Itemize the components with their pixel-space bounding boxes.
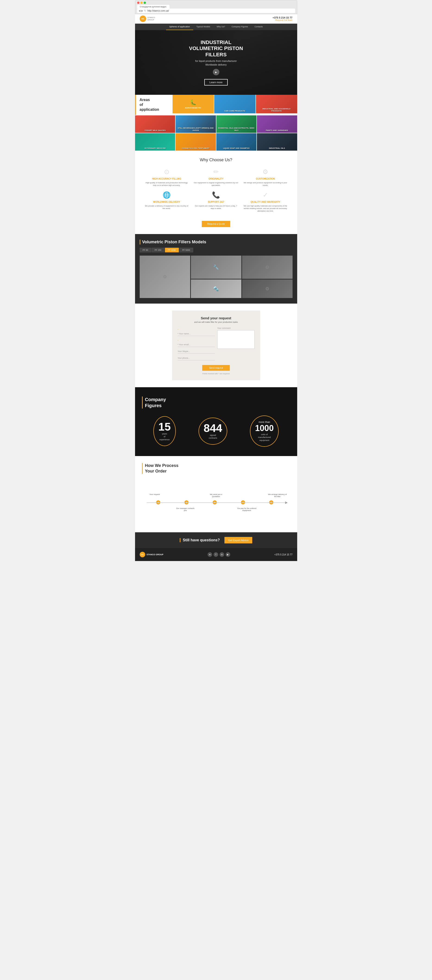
support-title: SUPPORT 24/7	[194, 201, 238, 203]
form-subtitle: and we will make filler for your product…	[178, 321, 254, 323]
contracts-number: 844	[203, 423, 222, 434]
browser-minimize-btn[interactable]	[140, 2, 143, 4]
browser-close-btn[interactable]	[137, 2, 140, 4]
form-row1: * * Your comment	[178, 327, 254, 362]
social-icon-1[interactable]: ●	[208, 552, 212, 557]
vet-label: VETERINARY MEDICINE	[136, 147, 174, 150]
experience-label: years of experience	[159, 433, 171, 441]
forward-btn[interactable]: ▶	[141, 9, 143, 12]
why-item-delivery: 🌐 WORLDWIDE DELIVERY We provide a delive…	[144, 191, 189, 213]
area-paints[interactable]: PAINTS AND VARNISHES	[257, 115, 297, 133]
nav-spheres[interactable]: Spheres of application	[166, 24, 193, 30]
gallery-item-2: 🔧	[191, 256, 241, 279]
accuracy-icon: ⊙	[144, 168, 189, 176]
hero-title: INDUSTRIAL VOLUMETRIC PISTON FILLERS	[140, 40, 292, 58]
originality-desc: Our equipment is original engineering so…	[194, 181, 238, 186]
expert-advice-btn[interactable]: Get Expert Advice	[224, 537, 252, 543]
why-item-support: 📞 SUPPORT 24/7 Our experts are ready to …	[194, 191, 238, 213]
form-card: Send your request and we will make fille…	[172, 310, 260, 380]
area-beverages[interactable]: STILL BEVERAGES (SOFT DRINKS) AND JUICES	[176, 115, 216, 133]
url-bar[interactable]: http://stanco.com.ua/	[148, 10, 294, 12]
browser-maximize-btn[interactable]	[144, 2, 146, 4]
accuracy-title: HIGH ACCURACY FILLING	[144, 178, 189, 180]
step4-bottom-label: You pay for the ordered equipment	[236, 507, 257, 511]
process-title: How We Process Your Order	[142, 463, 290, 474]
figures-section: Company Figures 15 years of experience 8…	[135, 387, 297, 456]
nav-why[interactable]: Why Us?	[213, 24, 229, 30]
nav-figures[interactable]: Company Figures	[229, 24, 251, 30]
play-button[interactable]: ▶	[213, 69, 219, 75]
process-arrow: ▶	[285, 501, 288, 504]
customization-icon: ⚙	[243, 168, 288, 176]
area-cosmetics[interactable]: COSMETICS AND PERFUMERY	[176, 133, 216, 151]
header-phone: +375 5 214 15 77	[273, 16, 292, 19]
learn-more-btn[interactable]: Learn more	[204, 79, 227, 86]
reload-btn[interactable]: ↻	[144, 9, 146, 12]
footer-cta: Still have questions? Get Expert Advice	[135, 532, 297, 548]
header-contact: +375 5 214 15 77 Request Call Back	[273, 16, 292, 21]
support-icon: 📞	[194, 191, 238, 199]
agro-icon: 🐛	[175, 99, 212, 106]
email-input[interactable]	[178, 342, 215, 347]
industrial-oils-label: INDUSTRIAL OILS	[258, 147, 296, 150]
why-item-originality: ✏ ORIGINALITY Our equipment is original …	[194, 168, 238, 186]
browser-chrome: Стандартне рулонне видро. ◀ ▶ ↻ http://s…	[135, 0, 297, 14]
delivery-title: WORLDWIDE DELIVERY	[144, 201, 189, 203]
gallery-item-4: 🔩	[191, 280, 241, 298]
area-essential-oils[interactable]: ESSENTIAL OILS AND EXTRACTS, SEED OILS	[216, 115, 257, 133]
why-item-quality: ✓ QUALITY AND WARRANTY We use high quali…	[243, 191, 288, 213]
footer-cta-text: Still have questions?	[180, 538, 220, 542]
tab-pf250[interactable]: PF 250	[152, 248, 164, 252]
name-input[interactable]	[178, 332, 215, 336]
tab-pf60[interactable]: PF 60	[140, 248, 151, 252]
agro-label: AGROCHEMISTRY	[175, 107, 212, 109]
social-icon-facebook[interactable]: f	[214, 552, 218, 557]
submit-btn[interactable]: Send request	[202, 365, 230, 371]
areas-section: Areas of application 🐛 AGROCHEMISTRY CAR…	[135, 95, 297, 150]
area-soap[interactable]: LIQUID SOAP AND SHAMPOO	[216, 133, 257, 151]
step3-bottom	[206, 507, 227, 511]
step2-bottom-label: Our manager contacts you	[175, 507, 196, 511]
process-section: How We Process Your Order Your request W…	[135, 456, 297, 532]
car-label: CAR CARE PRODUCTS	[216, 110, 254, 112]
hero-section: INDUSTRIAL VOLUMETRIC PISTON FILLERS for…	[135, 30, 297, 95]
figures-grid: 15 years of experience 844 signed contra…	[142, 415, 290, 447]
email-required: *	[178, 339, 178, 342]
skype-input[interactable]	[178, 349, 215, 354]
cosmetics-label: COSMETICS AND PERFUMERY	[177, 147, 215, 150]
area-yogurt[interactable]: YOGURT MILK SAUCES	[135, 115, 175, 133]
step3-top-label: We send you a Quotation	[206, 493, 227, 498]
areas-title-text: Areas of application	[140, 97, 159, 112]
area-agrochemistry[interactable]: 🐛 AGROCHEMISTRY	[173, 95, 214, 113]
oils-label: ESSENTIAL OILS AND EXTRACTS, SEED OILS	[218, 127, 256, 131]
footer-logo[interactable]: SG STANCO GROUP	[140, 552, 164, 557]
originality-icon: ✏	[194, 168, 238, 176]
gallery-placeholder-1: ⚙	[140, 256, 190, 298]
callback-link[interactable]: Request Call Back	[273, 19, 292, 21]
delivery-icon: 🌐	[144, 191, 189, 199]
area-industrial-oils[interactable]: INDUSTRIAL OILS	[257, 133, 297, 151]
paints-label: PAINTS AND VARNISHES	[258, 129, 296, 132]
areas-row1: Areas of application 🐛 AGROCHEMISTRY CAR…	[135, 95, 297, 115]
comment-textarea[interactable]	[217, 330, 254, 349]
experience-number: 15	[159, 421, 171, 433]
request-quote-btn[interactable]: Request a Quote	[202, 221, 230, 227]
figure-units: more than 1000 units of manufactured equ…	[250, 415, 279, 447]
social-icon-linkedin[interactable]: in	[219, 552, 224, 557]
area-industrial-household[interactable]: INDUSTRIAL AND HOUSEHOLD PRODUCTS	[256, 95, 297, 113]
step5-bottom	[267, 507, 288, 511]
social-icon-youtube[interactable]: ▶	[226, 552, 230, 557]
back-btn[interactable]: ◀	[138, 9, 140, 12]
tab-pf5000[interactable]: PF 5000	[179, 248, 193, 252]
logo[interactable]: SG STANCO GROUP	[140, 16, 155, 22]
nav-contacts[interactable]: Contacts	[251, 24, 266, 30]
area-veterinary[interactable]: VETERINARY MEDICINE	[135, 133, 175, 151]
hero-subtitle1: for liquid products from manufacturer	[140, 60, 292, 62]
nav-models[interactable]: Typical Models	[193, 24, 214, 30]
area-car-care[interactable]: CAR CARE PRODUCTS	[214, 95, 256, 113]
browser-tab-active[interactable]: Стандартне рулонне видро.	[137, 5, 170, 9]
website-content: SG STANCO GROUP +375 5 214 15 77 Request…	[135, 14, 297, 561]
phone-input[interactable]	[178, 356, 215, 360]
tab-pf1000[interactable]: PF 1000	[165, 248, 179, 252]
figures-title: Company Figures	[142, 396, 290, 409]
